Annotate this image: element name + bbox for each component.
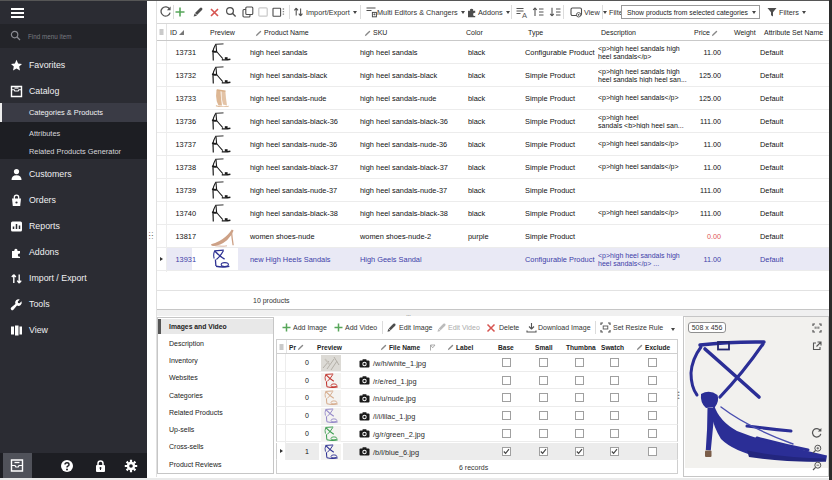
svg-text:A: A xyxy=(522,11,527,19)
